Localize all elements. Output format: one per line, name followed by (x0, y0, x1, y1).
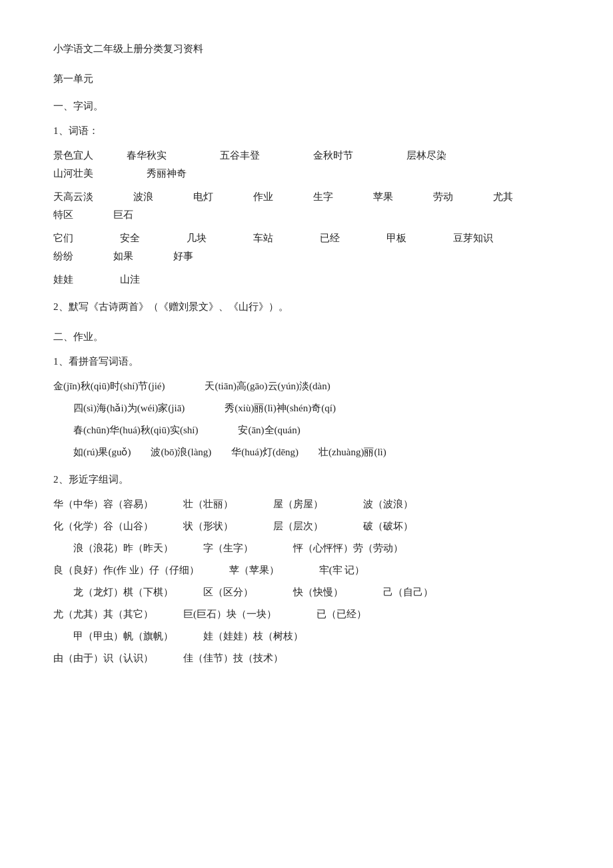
word-item: 尤其 (493, 188, 533, 206)
page-title: 小学语文二年级上册分类复习资料 (53, 40, 560, 58)
word-item: 如果 (113, 247, 153, 265)
word-item: 金秋时节 (313, 147, 386, 165)
word-item: 生字 (313, 188, 353, 206)
word-item: 作业 (253, 188, 293, 206)
word-item: 波浪 (133, 188, 173, 206)
pinyin-line-2: 四(sì)海(hǎi)为(wéi)家(jiā) 秀(xiù)丽(lì)神(shé… (53, 399, 560, 417)
similar-line-1: 华（中华）容（容易） 壮（壮丽） 屋（房屋） 波（波浪） (53, 495, 560, 513)
word-row-1: 景色宜人 春华秋实 五谷丰登 金秋时节 层林尽染 山河壮美 秀丽神奇 (53, 147, 560, 183)
page-container: 小学语文二年级上册分类复习资料 第一单元 一、字词。 1、词语： 景色宜人 春华… (53, 40, 560, 667)
word-item: 它们 (53, 229, 100, 247)
word-row-4: 娃娃 山洼 (53, 271, 560, 289)
word-item: 层林尽染 (406, 147, 480, 165)
word-item: 山洼 (120, 271, 173, 289)
subsection-poetry-heading: 2、默写《古诗两首》（《赠刘景文》、《山行》）。 (53, 298, 560, 316)
word-row-2: 天高云淡 波浪 电灯 作业 生字 苹果 劳动 尤其 特区 巨石 (53, 188, 560, 224)
word-item: 巨石 (113, 206, 153, 224)
similar-line-4: 良（良好）作(作 业）仔（仔细） 苹（苹果） 牢(牢 记） (53, 561, 560, 579)
word-item: 甲板 (386, 229, 433, 247)
unit-title: 第一单元 (53, 70, 560, 88)
word-item: 车站 (253, 229, 300, 247)
section-two-heading: 二、作业。 (53, 328, 560, 346)
section-two: 二、作业。 1、看拼音写词语。 金(jīn)秋(qiū)时(shí)节(jié)… (53, 328, 560, 667)
similar-line-7: 甲（甲虫）帆（旗帆） 娃（娃娃）枝（树枝） (53, 627, 560, 645)
word-item: 劳动 (433, 188, 473, 206)
similar-line-3: 浪（浪花）昨（昨天） 字（生字） 怦（心怦怦）劳（劳动） (53, 539, 560, 557)
word-item: 天高云淡 (53, 188, 113, 206)
similar-line-5: 龙（龙灯）棋（下棋） 区（区分） 快（快慢） 己（自己） (53, 583, 560, 601)
similar-line-2: 化（化学）谷（山谷） 状（形状） 层（层次） 破（破坏） (53, 517, 560, 535)
similar-line-8: 由（由于）识（认识） 佳（佳节）技（技术） (53, 649, 560, 667)
word-item: 纷纷 (53, 247, 93, 265)
similar-line-6: 尤（尤其）其（其它） 巨(巨石）块（一块） 已（已经） (53, 605, 560, 623)
subsection-vocab-heading: 1、词语： (53, 122, 560, 140)
word-item: 春华秋实 (127, 147, 200, 165)
word-item: 五谷丰登 (220, 147, 293, 165)
pinyin-line-1: 金(jīn)秋(qiū)时(shí)节(jié) 天(tiān)高(gāo)云(… (53, 377, 560, 395)
word-item: 秀丽神奇 (147, 165, 200, 183)
word-item: 景色宜人 (53, 147, 107, 165)
section-one-heading: 一、字词。 (53, 97, 560, 115)
pinyin-line-4: 如(rú)果(guǒ) 波(bō)浪(làng) 华(huá)灯(dēng) 壮… (53, 443, 560, 461)
word-item: 娃娃 (53, 271, 100, 289)
section-one: 一、字词。 1、词语： 景色宜人 春华秋实 五谷丰登 金秋时节 层林尽染 山河壮… (53, 97, 560, 316)
word-item: 几块 (187, 229, 233, 247)
word-item: 好事 (173, 247, 213, 265)
word-item: 电灯 (193, 188, 233, 206)
word-item: 豆芽知识 (453, 229, 513, 247)
pinyin-line-3: 春(chūn)华(huá)秋(qiū)实(shí) 安(ān)全(quán) (53, 421, 560, 439)
word-item: 山河壮美 (53, 165, 127, 183)
word-row-3: 它们 安全 几块 车站 已经 甲板 豆芽知识 纷纷 如果 好事 (53, 229, 560, 265)
word-item: 苹果 (373, 188, 413, 206)
word-item: 安全 (120, 229, 167, 247)
word-item: 特区 (53, 206, 93, 224)
subsection-similar-heading: 2、形近字组词。 (53, 471, 560, 489)
word-item: 已经 (320, 229, 366, 247)
subsection-pinyin-heading: 1、看拼音写词语。 (53, 353, 560, 371)
